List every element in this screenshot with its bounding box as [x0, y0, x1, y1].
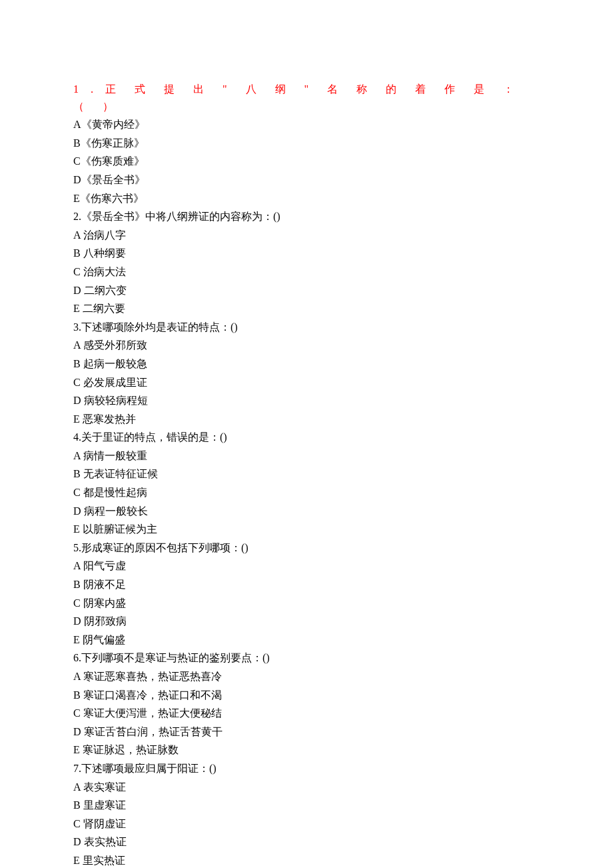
option-text: C 阴寒内盛 — [73, 594, 540, 613]
option-text: E《伤寒六书》 — [73, 189, 540, 208]
option-text: B 八种纲要 — [73, 244, 540, 263]
option-text: A 病情一般较重 — [73, 447, 540, 465]
option-text: B 里虚寒证 — [73, 796, 540, 815]
option-text: E 二纲六要 — [73, 299, 540, 318]
question-text: 4.关于里证的特点，错误的是：() — [73, 428, 540, 447]
option-text: C 必发展成里证 — [73, 373, 540, 392]
option-text: D 寒证舌苔白润，热证舌苔黄干 — [73, 723, 540, 741]
option-text: D 病程一般较长 — [73, 502, 540, 521]
question-text: 5.形成寒证的原因不包括下列哪项：() — [73, 539, 540, 557]
option-text: E 以脏腑证候为主 — [73, 520, 540, 539]
option-text: B 起病一般较急 — [73, 355, 540, 373]
option-text: D 二纲六变 — [73, 281, 540, 300]
option-text: C 寒证大便泻泄，热证大便秘结 — [73, 704, 540, 723]
question-text: 7.下述哪项最应归属于阳证：() — [73, 759, 540, 778]
option-text: B 无表证特征证候 — [73, 465, 540, 483]
option-text: A 治病八字 — [73, 226, 540, 245]
option-text: D 病较轻病程短 — [73, 391, 540, 410]
option-text: B 阴液不足 — [73, 575, 540, 594]
question-text: 2.《景岳全书》中将八纲辨证的内容称为：() — [73, 207, 540, 226]
option-text: E 恶寒发热并 — [73, 410, 540, 429]
option-text: D《景岳全书》 — [73, 171, 540, 189]
option-text: E 阴气偏盛 — [73, 631, 540, 649]
option-text: C 肾阴虚证 — [73, 815, 540, 833]
question-text: 1．正 式 提 出 " 八 纲 " 名 称 的 着 作 是 ： （ ） — [73, 80, 540, 115]
option-text: D 表实热证 — [73, 833, 540, 851]
question-text: 6.下列哪项不是寒证与热证的鉴别要点：() — [73, 649, 540, 667]
option-text: A 寒证恶寒喜热，热证恶热喜冷 — [73, 667, 540, 686]
option-text: A 感受外邪所致 — [73, 336, 540, 355]
option-text: C 治病大法 — [73, 263, 540, 281]
option-text: E 寒证脉迟，热证脉数 — [73, 741, 540, 759]
option-text: B《伤寒正脉》 — [73, 134, 540, 153]
question-text: 3.下述哪项除外均是表证的特点：() — [73, 318, 540, 337]
option-text: A 阳气亏虚 — [73, 557, 540, 575]
option-text: C《伤寒质难》 — [73, 152, 540, 171]
option-text: E 里实热证 — [73, 851, 540, 868]
option-text: A 表实寒证 — [73, 778, 540, 797]
option-text: A《黄帝内经》 — [73, 115, 540, 134]
option-text: C 都是慢性起病 — [73, 483, 540, 502]
option-text: D 阴邪致病 — [73, 612, 540, 631]
option-text: B 寒证口渴喜冷，热证口和不渴 — [73, 686, 540, 705]
